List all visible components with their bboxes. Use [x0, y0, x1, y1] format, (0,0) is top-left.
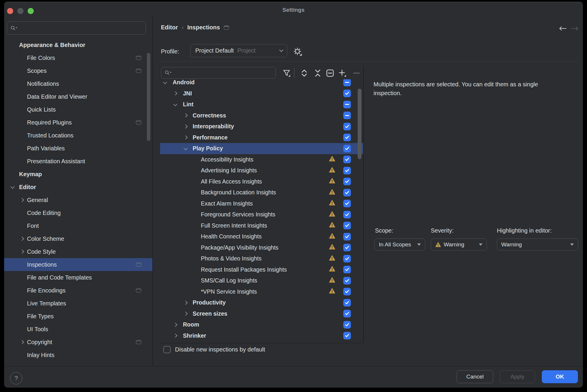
checkbox[interactable]	[343, 79, 351, 86]
tree-row-photos-video-insights[interactable]: Photos & Video Insights	[160, 253, 363, 264]
remove-icon[interactable]	[353, 69, 360, 77]
highlighting-dropdown[interactable]: Warning	[497, 238, 578, 250]
checkbox[interactable]	[343, 244, 351, 251]
chevron-down-icon[interactable]	[11, 185, 15, 189]
tree-row-interoperability[interactable]: Interoperability	[160, 121, 363, 132]
checkbox[interactable]	[343, 156, 351, 163]
tree-row-lint[interactable]: Lint	[160, 99, 363, 110]
tree-row-accessibility-insights[interactable]: Accessibility Insights	[160, 154, 363, 165]
sidebar-item-copyright[interactable]: Copyright	[4, 336, 152, 349]
sidebar-item-file-colors[interactable]: File Colors	[4, 51, 152, 64]
breadcrumb-editor[interactable]: Editor	[161, 24, 178, 31]
apply-button[interactable]: Apply	[500, 370, 535, 383]
sidebar-item-presentation-assistant[interactable]: Presentation Assistant	[4, 155, 152, 168]
sidebar-item-general[interactable]: General	[4, 194, 152, 206]
sidebar-item-appearance-behavior[interactable]: Appearance & Behavior	[4, 38, 152, 51]
sidebar-item-quick-lists[interactable]: Quick Lists	[4, 103, 152, 116]
tree-row-package-app-visibility-insights[interactable]: Package/App Visibility Insights	[160, 242, 363, 253]
sidebar-item-notifications[interactable]: Notifications	[4, 77, 152, 90]
sidebar-item-file-and-code-templates[interactable]: File and Code Templates	[4, 271, 152, 284]
sidebar-item-code-editing[interactable]: Code Editing	[4, 206, 152, 219]
sidebar-item-keymap[interactable]: Keymap	[4, 168, 152, 181]
sidebar-search-input[interactable]	[7, 21, 146, 35]
chevron-down-icon[interactable]	[163, 80, 167, 84]
checkbox[interactable]	[343, 167, 351, 174]
breadcrumb-inspections[interactable]: Inspections	[187, 24, 220, 31]
chevron-right-icon[interactable]	[184, 113, 188, 117]
tree-scrollbar[interactable]	[358, 89, 361, 159]
scope-dropdown[interactable]: In All Scopes	[374, 238, 425, 250]
tree-row-background-location-insights[interactable]: Background Location Insights	[160, 187, 363, 198]
tree-row-full-screen-intent-insights[interactable]: Full Screen Intent Insights	[160, 220, 363, 231]
tree-row-shrinker[interactable]: Shrinker	[160, 330, 363, 341]
checkbox[interactable]	[343, 255, 351, 263]
tree-search-input[interactable]	[161, 67, 276, 79]
checkbox[interactable]	[343, 200, 351, 207]
checkbox[interactable]	[343, 266, 351, 273]
sidebar-item-code-style[interactable]: Code Style	[4, 245, 152, 258]
uncheck-all-icon[interactable]	[326, 69, 334, 77]
checkbox[interactable]	[343, 112, 351, 119]
checkbox[interactable]	[343, 189, 351, 196]
chevron-right-icon[interactable]	[20, 237, 24, 241]
chevron-right-icon[interactable]	[173, 91, 177, 95]
sidebar-item-inlay-hints[interactable]: Inlay Hints	[4, 349, 152, 361]
add-icon[interactable]	[339, 69, 346, 77]
cancel-button[interactable]: Cancel	[457, 370, 493, 383]
sidebar-item-inspections[interactable]: Inspections	[4, 258, 152, 271]
sidebar-scrollbar[interactable]	[147, 53, 150, 141]
profile-select[interactable]: Project Default Project	[190, 44, 287, 57]
tree-row-all-files-access-insights[interactable]: All Files Access Insights	[160, 176, 363, 187]
checkbox[interactable]	[343, 277, 351, 285]
sidebar-item-editor[interactable]: Editor	[4, 181, 152, 194]
sidebar-item-ui-tools[interactable]: UI Tools	[4, 323, 152, 336]
tree-row-productivity[interactable]: Productivity	[160, 297, 363, 308]
checkbox[interactable]	[343, 310, 351, 317]
ok-button[interactable]: OK	[542, 370, 578, 383]
tree-row-correctness[interactable]: Correctness	[160, 110, 363, 121]
chevron-right-icon[interactable]	[184, 312, 188, 316]
checkbox[interactable]	[343, 299, 351, 307]
checkbox[interactable]	[343, 222, 351, 229]
checkbox[interactable]	[343, 145, 351, 152]
checkbox[interactable]	[343, 134, 351, 141]
tree-row-play-policy[interactable]: Play Policy	[160, 143, 363, 154]
forward-arrow-icon[interactable]	[571, 26, 579, 31]
checkbox[interactable]	[343, 90, 351, 97]
checkbox[interactable]	[343, 211, 351, 218]
sidebar-item-trusted-locations[interactable]: Trusted Locations	[4, 129, 152, 142]
sidebar-item-font[interactable]: Font	[4, 219, 152, 232]
chevron-right-icon[interactable]	[184, 135, 188, 139]
checkbox[interactable]	[343, 101, 351, 108]
chevron-right-icon[interactable]	[20, 198, 24, 202]
chevron-down-icon[interactable]	[184, 146, 188, 150]
sidebar-item-scopes[interactable]: Scopes	[4, 64, 152, 77]
tree-row-room[interactable]: Room	[160, 319, 363, 330]
chevron-right-icon[interactable]	[20, 250, 24, 254]
tree-row-performance[interactable]: Performance	[160, 132, 363, 143]
help-button[interactable]: ?	[10, 372, 22, 384]
tree-row-request-install-packages-insights[interactable]: Request Install Packages Insights	[160, 264, 363, 275]
tree-row-health-connect-insights[interactable]: Health Connect Insights	[160, 231, 363, 242]
sidebar-item-required-plugins[interactable]: Required Plugins	[4, 116, 152, 129]
sidebar-item-color-scheme[interactable]: Color Scheme	[4, 232, 152, 245]
tree-row-jni[interactable]: JNI	[160, 88, 363, 99]
severity-dropdown[interactable]: Warning	[431, 238, 487, 250]
expand-all-icon[interactable]	[300, 69, 308, 77]
tree-row-android[interactable]: Android	[160, 79, 363, 88]
gear-icon[interactable]	[293, 47, 302, 56]
checkbox[interactable]	[343, 288, 351, 295]
collapse-all-icon[interactable]	[314, 69, 322, 77]
tree-row-foreground-services-insights[interactable]: Foreground Services Insights	[160, 209, 363, 220]
tree-row-advertising-id-insights[interactable]: Advertising Id Insights	[160, 165, 363, 176]
tree-row-sms-call-log-insights[interactable]: SMS/Call Log Insights	[160, 275, 363, 286]
chevron-right-icon[interactable]	[20, 340, 24, 344]
tree-row-screen-sizes[interactable]: Screen sizes	[160, 308, 363, 319]
sidebar-item-live-templates[interactable]: Live Templates	[4, 297, 152, 310]
checkbox[interactable]	[343, 123, 351, 130]
disable-new-inspections-checkbox[interactable]	[163, 346, 171, 353]
tree-row-exact-alarm-insights[interactable]: Exact Alarm Insights	[160, 198, 363, 209]
back-arrow-icon[interactable]	[559, 26, 567, 31]
sidebar-item-path-variables[interactable]: Path Variables	[4, 142, 152, 155]
checkbox[interactable]	[343, 321, 351, 329]
